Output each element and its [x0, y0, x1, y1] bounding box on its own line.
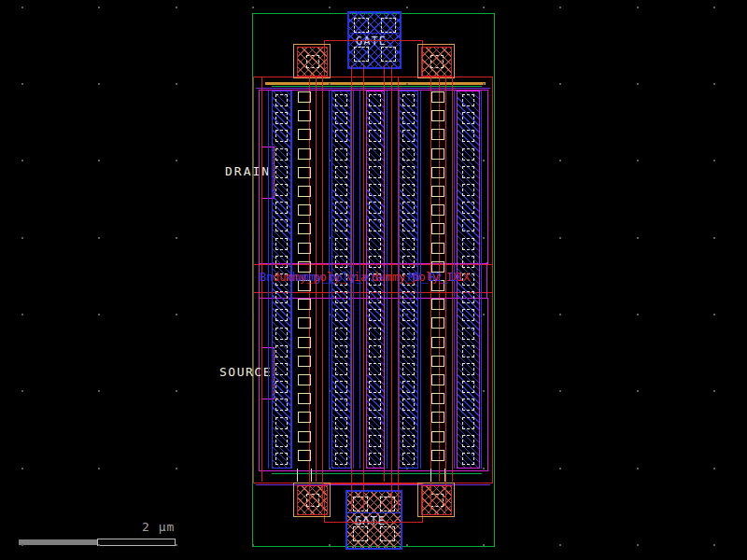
contact-square: [402, 453, 415, 465]
contact-square: [335, 166, 347, 178]
contact-square: [275, 399, 288, 411]
via-bottom-left[interactable]: [297, 485, 328, 515]
net-label[interactable]: Bn: [260, 271, 273, 284]
grid-dot: [483, 160, 485, 161]
contact-square: [369, 399, 381, 411]
grid-dot: [559, 468, 561, 469]
contact-square: [369, 328, 381, 340]
diffusion-line-top: [272, 86, 482, 87]
contact-square: [462, 256, 474, 268]
contact-square: [275, 238, 288, 250]
contact-square: [369, 166, 381, 178]
grid-dot: [252, 83, 254, 85]
grid-dot: [483, 237, 485, 239]
open-contact-square: [298, 148, 311, 160]
poly-connector-line: [445, 482, 446, 511]
grid-dot: [713, 544, 715, 546]
open-contact-square: [298, 431, 311, 442]
contact-square: [462, 381, 474, 393]
net-label[interactable]: 1X: [457, 271, 470, 284]
contact-square: [335, 112, 347, 124]
poly-connector-line: [430, 482, 431, 511]
layout-canvas[interactable]: GATE GATE DRAIN SOURCE 2 μm Bndummy_poly…: [0, 0, 747, 560]
contact-square: [335, 238, 347, 250]
open-contact-square: [431, 431, 444, 442]
open-contact-square: [431, 110, 444, 121]
contact-square: [462, 328, 474, 340]
grid-dot: [98, 160, 100, 161]
open-contact-square: [298, 223, 311, 234]
open-contact-square: [298, 337, 311, 348]
contact-square: [275, 381, 288, 393]
open-contact-square: [298, 317, 311, 329]
contact-square: [402, 435, 415, 447]
contact-square: [275, 166, 288, 178]
grid-dot: [559, 544, 561, 546]
contact-square: [335, 399, 347, 411]
grid-dot: [713, 160, 715, 161]
contact-square: [369, 130, 381, 142]
contact-square: [402, 238, 415, 250]
grid-dot: [483, 7, 485, 8]
grid-dot: [176, 314, 177, 315]
grid-dot: [176, 160, 177, 161]
grid-dot: [559, 83, 561, 85]
open-contact-square: [431, 412, 444, 423]
grid-dot: [252, 7, 254, 8]
contact-square: [462, 184, 474, 196]
grid-dot: [98, 390, 100, 392]
contact-square: [402, 256, 415, 268]
contact-square: [462, 363, 474, 375]
contact-square: [462, 219, 474, 231]
contact-square: [335, 309, 347, 321]
contact-square: [275, 417, 288, 429]
open-contact-square: [431, 356, 444, 367]
grid-dot: [637, 160, 639, 161]
contact-square: [275, 148, 288, 161]
gate-pad-connector-line: [351, 65, 352, 77]
open-contact-square: [298, 450, 311, 461]
via-top-left[interactable]: [297, 47, 328, 77]
contact-square: [369, 417, 381, 429]
contact-square: [462, 417, 474, 429]
open-contact-square: [431, 393, 444, 404]
contact-square: [369, 345, 381, 357]
contact-square: [275, 219, 288, 231]
contact-square: [369, 453, 381, 465]
via-bottom-right[interactable]: [421, 485, 452, 515]
net-label[interactable]: dummy_poly_via: [289, 271, 383, 284]
contact-square: [335, 219, 347, 231]
contact-square: [335, 148, 347, 161]
contact-square: [335, 291, 347, 303]
contact-square: [369, 238, 381, 250]
grid-dot: [21, 160, 23, 161]
contact-square: [369, 94, 381, 106]
contact-square: [275, 291, 288, 303]
poly-connector-line: [351, 482, 352, 511]
contact-square: [462, 94, 474, 106]
grid-dot: [637, 314, 639, 315]
drain-label[interactable]: DRAIN: [225, 165, 271, 177]
contact-square: [369, 184, 381, 196]
contact-square: [402, 130, 415, 142]
gate-pad-connector-line: [363, 65, 364, 77]
open-contact-square: [298, 393, 311, 404]
contact-square: [275, 184, 288, 196]
contact-square: [335, 130, 347, 142]
grid-dot: [176, 237, 177, 239]
pin-frame-connector-right: [486, 262, 487, 298]
grid-dot: [98, 83, 100, 85]
source-label[interactable]: SOURCE: [219, 366, 272, 378]
net-label[interactable]: MV_B2_1X: [408, 271, 462, 284]
open-contact-square: [298, 204, 311, 216]
grid-dot: [713, 237, 715, 239]
grid-dot: [713, 314, 715, 315]
poly-connector-line: [363, 482, 364, 511]
grid-dot: [252, 544, 254, 546]
open-contact-square: [431, 317, 444, 329]
contact-square: [335, 184, 347, 196]
contact-square: [462, 130, 474, 142]
grid-dot: [483, 468, 485, 469]
grid-dot: [98, 468, 100, 469]
via-top-right[interactable]: [421, 47, 452, 77]
